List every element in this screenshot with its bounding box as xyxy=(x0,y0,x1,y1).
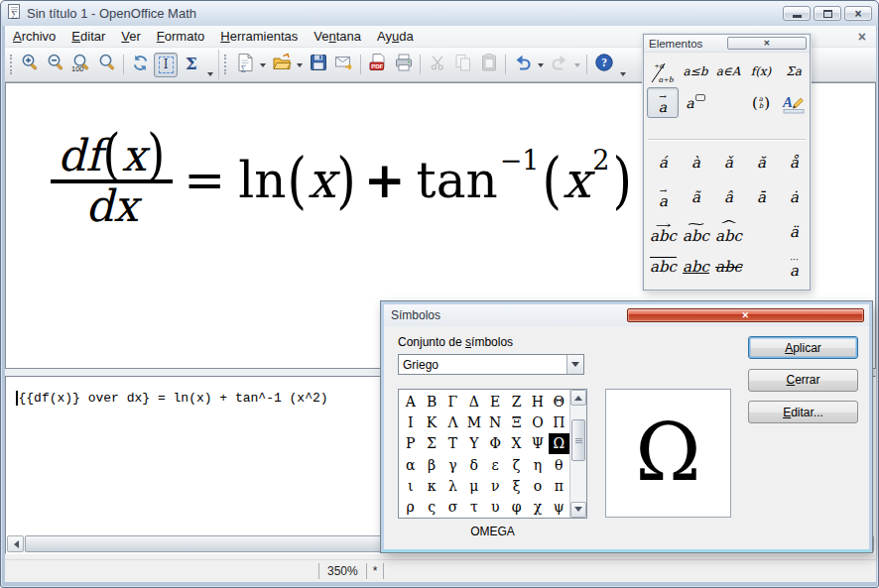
zoom-level-field[interactable]: 350% xyxy=(319,564,366,578)
operators-category-button[interactable]: Σa xyxy=(778,56,810,86)
symbol-cell[interactable]: Θ xyxy=(549,391,569,412)
symbol-cell[interactable]: σ xyxy=(442,496,463,517)
symbol-cell[interactable]: Ξ xyxy=(506,412,527,432)
attr-wide-tilde-button[interactable]: ~abc xyxy=(680,215,712,250)
symbol-cell[interactable]: Α xyxy=(400,391,421,412)
new-document-dropdown-button[interactable] xyxy=(258,53,268,77)
symbol-set-select[interactable]: Griego xyxy=(398,354,584,375)
symbol-cell[interactable]: γ xyxy=(442,454,463,475)
apply-button[interactable]: Aplicar xyxy=(748,336,858,359)
redo-button[interactable] xyxy=(547,53,571,77)
attr-breve-button[interactable]: ă xyxy=(745,146,778,180)
symbol-cell[interactable]: ν xyxy=(485,475,506,496)
symbol-cell[interactable]: Δ xyxy=(463,391,484,412)
attr-underline-button[interactable]: abc xyxy=(680,250,712,285)
copy-button[interactable] xyxy=(450,53,475,77)
attr-tilde-button[interactable]: ã xyxy=(680,180,712,215)
menu-item-formato[interactable]: Formato xyxy=(149,26,212,47)
symbol-cell[interactable]: Μ xyxy=(463,412,484,432)
symbol-cell[interactable]: Υ xyxy=(463,433,484,454)
zoom-in-button[interactable] xyxy=(18,53,43,77)
attr-vec-button[interactable]: →a xyxy=(647,180,680,215)
elements-panel-titlebar[interactable]: Elementos ✕ xyxy=(644,35,810,53)
attr-wide-vec-button[interactable]: →abc xyxy=(647,215,680,250)
symbol-cell[interactable]: π xyxy=(549,475,569,496)
symbol-cell[interactable]: Ν xyxy=(485,412,506,432)
symbol-cell[interactable]: μ xyxy=(463,475,484,496)
toolbar-overflow-button[interactable] xyxy=(204,48,216,81)
symbol-cell[interactable]: Ε xyxy=(485,391,506,412)
undo-dropdown-button[interactable] xyxy=(536,53,546,77)
menu-item-ventana[interactable]: Ventana xyxy=(306,26,369,47)
symbols-dialog-close-button[interactable]: ✕ xyxy=(627,308,865,322)
email-button[interactable] xyxy=(331,53,356,77)
attr-grave-button[interactable]: à xyxy=(680,146,712,180)
scroll-up-button[interactable] xyxy=(570,390,586,406)
brackets-category-button[interactable]: (ab) xyxy=(745,87,777,118)
titlebar[interactable]: ∑ Sin título 1 - OpenOffice Math × xyxy=(1,1,878,26)
edit-button[interactable]: Editar... xyxy=(748,401,858,423)
symbol-cell[interactable]: Π xyxy=(549,412,569,432)
combo-dropdown-button[interactable] xyxy=(566,355,583,374)
symbol-cell[interactable]: ι xyxy=(400,475,421,496)
relations-category-button[interactable]: a≤b xyxy=(680,56,711,86)
symbol-cell[interactable]: δ xyxy=(463,454,484,475)
symbol-cell[interactable]: ξ xyxy=(506,475,527,496)
scroll-down-button[interactable] xyxy=(570,502,586,518)
close-button[interactable]: × xyxy=(844,6,872,21)
symbol-cell[interactable]: Ψ xyxy=(527,433,548,454)
attr-acute-button[interactable]: á xyxy=(647,146,680,180)
print-button[interactable] xyxy=(391,53,416,77)
symbol-cell[interactable]: Σ xyxy=(421,433,441,454)
symbol-cell[interactable]: ρ xyxy=(400,496,421,517)
symbol-cell[interactable]: λ xyxy=(442,475,463,496)
attr-circle-button[interactable]: å xyxy=(778,146,811,180)
symbol-cell[interactable]: ψ xyxy=(549,496,569,517)
symbol-cell[interactable]: Ι xyxy=(400,412,421,432)
symbol-cell[interactable]: θ xyxy=(549,454,569,475)
symbol-cell[interactable]: τ xyxy=(463,496,484,517)
symbol-cell[interactable]: α xyxy=(400,454,421,475)
open-dropdown-button[interactable] xyxy=(295,53,305,77)
functions-category-button[interactable]: f(x) xyxy=(745,56,777,86)
zoom-out-button[interactable] xyxy=(44,53,68,77)
symbol-cell[interactable]: χ xyxy=(527,496,548,517)
attr-bar-button[interactable]: ā xyxy=(745,180,778,215)
others-category-button[interactable]: a xyxy=(680,87,711,118)
symbol-cell[interactable]: Κ xyxy=(421,412,441,432)
symbol-cell[interactable]: Η xyxy=(527,391,548,412)
save-button[interactable] xyxy=(306,53,330,77)
symbol-cell[interactable]: ε xyxy=(485,454,506,475)
menu-item-herramientas[interactable]: Herramientas xyxy=(212,26,306,47)
attr-overline-button[interactable]: abc xyxy=(647,250,680,285)
maximize-button[interactable] xyxy=(814,6,841,21)
zoom-page-button[interactable] xyxy=(94,53,119,77)
close-document-button[interactable]: × xyxy=(848,29,876,45)
toolbar-grip[interactable] xyxy=(224,55,227,74)
set-operations-category-button[interactable]: a∈A xyxy=(712,56,744,86)
symbol-cell[interactable]: Λ xyxy=(442,412,463,432)
symbol-cell[interactable]: κ xyxy=(421,475,441,496)
menu-item-ver[interactable]: Ver xyxy=(113,26,149,47)
formula-cursor-button[interactable]: I xyxy=(154,53,179,77)
symbol-cell[interactable]: ζ xyxy=(506,454,527,475)
symbol-cell[interactable]: Χ xyxy=(506,433,527,454)
redo-dropdown-button[interactable] xyxy=(572,53,582,77)
symbol-cell[interactable]: Ο xyxy=(527,412,548,432)
unary-binary-operators-category-button[interactable]: +aa+b xyxy=(647,56,679,86)
attr-check-button[interactable]: ǎ xyxy=(712,146,745,180)
symbol-cell[interactable]: Ζ xyxy=(506,391,527,412)
undo-button[interactable] xyxy=(510,53,535,77)
close-button[interactable]: Cerrar xyxy=(748,369,858,392)
toolbar-overflow-button[interactable] xyxy=(617,48,629,81)
scrollbar-track[interactable] xyxy=(570,461,586,502)
paste-button[interactable] xyxy=(476,53,501,77)
symbol-cell[interactable]: Γ xyxy=(442,391,463,412)
symbol-cell[interactable]: Ρ xyxy=(400,433,421,454)
menu-item-editar[interactable]: Editar xyxy=(63,26,113,47)
catalog-sigma-button[interactable]: Σ xyxy=(179,53,203,77)
attr-wide-hat-button[interactable]: ^abc xyxy=(712,215,745,250)
scrollbar-thumb[interactable] xyxy=(571,419,585,461)
attr-hat-button[interactable]: â xyxy=(712,180,745,215)
symbols-dialog-titlebar[interactable]: Símbolos ✕ xyxy=(384,304,869,326)
